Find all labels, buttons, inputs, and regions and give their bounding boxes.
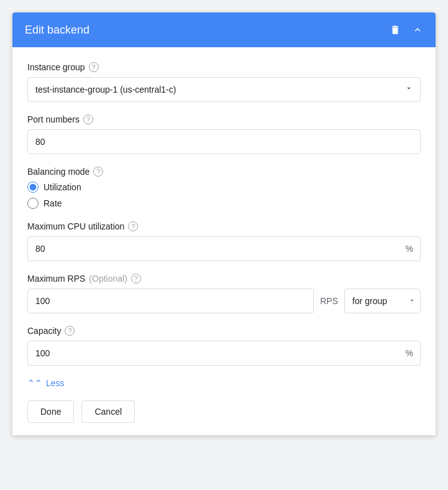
panel-body: Instance group ? test-instance-group-1 (… bbox=[12, 47, 436, 435]
capacity-input[interactable] bbox=[27, 341, 421, 366]
capacity-input-wrapper: % bbox=[27, 341, 421, 366]
capacity-help-icon[interactable]: ? bbox=[65, 326, 75, 336]
less-label: Less bbox=[46, 378, 65, 388]
rps-row: RPS for group per instance bbox=[27, 289, 421, 313]
header-icons bbox=[390, 24, 423, 36]
panel-header: Edit backend bbox=[12, 12, 436, 47]
max-cpu-field: Maximum CPU utilization ? % bbox=[27, 221, 421, 261]
port-numbers-input[interactable] bbox=[27, 129, 421, 154]
capacity-field: Capacity ? % bbox=[27, 326, 421, 366]
panel-title: Edit backend bbox=[25, 24, 89, 37]
less-chevrons-icon: ⌃⌃ bbox=[27, 378, 42, 388]
instance-group-field: Instance group ? test-instance-group-1 (… bbox=[27, 62, 421, 102]
rps-select-wrapper: for group per instance bbox=[344, 289, 421, 313]
max-rps-help-icon[interactable]: ? bbox=[131, 274, 141, 284]
balancing-mode-label: Balancing mode ? bbox=[27, 167, 421, 177]
max-cpu-label: Maximum CPU utilization ? bbox=[27, 221, 421, 231]
edit-backend-panel: Edit backend Instance group ? bbox=[12, 12, 436, 435]
capacity-label: Capacity ? bbox=[27, 326, 421, 336]
max-cpu-help-icon[interactable]: ? bbox=[128, 221, 138, 231]
port-numbers-help-icon[interactable]: ? bbox=[83, 114, 93, 124]
less-link[interactable]: ⌃⌃ Less bbox=[27, 378, 421, 388]
rps-label: RPS bbox=[320, 296, 338, 306]
max-cpu-input[interactable] bbox=[27, 236, 421, 261]
balancing-mode-rate[interactable]: Rate bbox=[27, 198, 421, 209]
port-numbers-field: Port numbers ? bbox=[27, 114, 421, 154]
max-cpu-input-wrapper: % bbox=[27, 236, 421, 261]
instance-group-select[interactable]: test-instance-group-1 (us-central1-c) bbox=[27, 77, 421, 102]
delete-icon[interactable] bbox=[390, 24, 401, 36]
balancing-mode-field: Balancing mode ? Utilization Rate bbox=[27, 167, 421, 209]
balancing-mode-utilization[interactable]: Utilization bbox=[27, 182, 421, 193]
instance-group-help-icon[interactable]: ? bbox=[89, 62, 99, 72]
balancing-mode-radio-group: Utilization Rate bbox=[27, 182, 421, 209]
max-rps-label: Maximum RPS (Optional) ? bbox=[27, 274, 421, 284]
max-rps-input[interactable] bbox=[27, 289, 314, 313]
done-button[interactable]: Done bbox=[27, 400, 74, 423]
instance-group-select-wrapper: test-instance-group-1 (us-central1-c) bbox=[27, 77, 421, 102]
utilization-label: Utilization bbox=[43, 182, 81, 192]
cancel-button[interactable]: Cancel bbox=[81, 400, 135, 423]
instance-group-label: Instance group ? bbox=[27, 62, 421, 72]
max-rps-field: Maximum RPS (Optional) ? RPS for group p… bbox=[27, 274, 421, 313]
balancing-mode-help-icon[interactable]: ? bbox=[93, 167, 103, 177]
rate-label: Rate bbox=[43, 198, 62, 208]
rate-radio[interactable] bbox=[27, 198, 39, 209]
rps-input-wrapper bbox=[27, 289, 314, 313]
max-rps-optional: (Optional) bbox=[89, 274, 127, 284]
collapse-icon[interactable] bbox=[412, 24, 423, 35]
port-numbers-label: Port numbers ? bbox=[27, 114, 421, 124]
button-row: Done Cancel bbox=[27, 400, 421, 423]
utilization-radio[interactable] bbox=[27, 182, 39, 193]
rps-group-select[interactable]: for group per instance bbox=[344, 289, 421, 313]
